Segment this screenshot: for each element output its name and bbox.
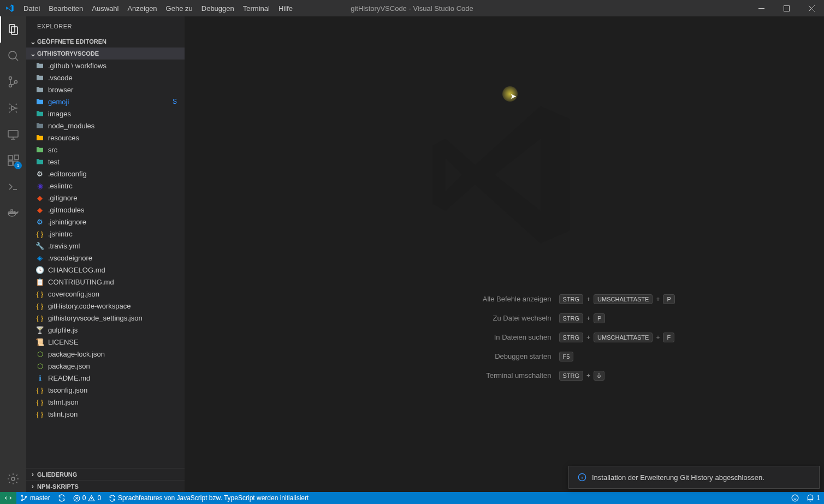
tree-item[interactable]: ⚙.editorconfig [26,168,185,180]
tree-item[interactable]: 📜LICENSE [26,336,185,348]
activity-debug[interactable] [0,95,26,121]
status-lang-text: Sprachfeatures von JavaScript bzw. TypeS… [118,494,309,502]
tree-item[interactable]: resources [26,132,185,144]
shortcut-keys: STRG+ö [559,371,679,381]
menu-debuggen[interactable]: Debuggen [197,0,239,16]
svg-point-18 [21,500,22,501]
file-tree[interactable]: .github \ workflows.vscodebrowsergemojiS… [26,60,185,468]
section-npm[interactable]: › NPM-SKRIPTS [26,480,185,492]
section-open-editors-label: GEÖFFNETE EDITOREN [37,38,106,45]
section-project[interactable]: ⌄ GITHISTORYVSCODE [26,48,185,60]
tree-item[interactable]: node_modules [26,120,185,132]
minimize-button[interactable] [749,0,774,16]
tree-item[interactable]: 🍸gulpfile.js [26,324,185,336]
tree-item[interactable]: ℹREADME.md [26,372,185,384]
tree-item[interactable]: 🕓CHANGELOG.md [26,264,185,276]
section-outline[interactable]: › GLIEDERUNG [26,468,185,480]
tree-item[interactable]: { }tsfmt.json [26,396,185,408]
maximize-button[interactable] [774,0,799,16]
activity-extensions[interactable]: 1 [0,147,26,174]
shortcut-keys: STRG+UMSCHALTTASTE+F [559,333,679,342]
keycap: STRG [559,313,584,323]
contrib-icon: 📋 [34,278,46,286]
notification-text: Installation der Erweiterung Git History… [592,473,764,482]
svg-point-19 [25,496,26,497]
tree-item[interactable]: { }coverconfig.json [26,288,185,300]
keycap: ö [594,371,604,381]
activity-console-icon[interactable] [0,174,26,200]
tree-item[interactable]: browser [26,84,185,96]
tree-item[interactable]: ⬡package.json [26,360,185,372]
titlebar: Datei Bearbeiten Auswahl Anzeigen Gehe z… [0,0,824,16]
npm-icon: ⬡ [34,351,46,358]
status-problems[interactable]: 0 0 [69,492,105,504]
tree-item-label: .eslintrc [48,182,73,190]
chevron-down-icon: ⌄ [28,50,37,58]
tree-item[interactable]: 📋CONTRIBUTING.md [26,276,185,288]
menu-datei[interactable]: Datei [19,0,44,16]
tree-item[interactable]: src [26,144,185,156]
tree-item-label: test [48,158,60,166]
section-open-editors[interactable]: ⌄ GEÖFFNETE EDITOREN [26,35,185,48]
tree-item[interactable]: { }tsconfig.json [26,384,185,396]
activity-settings[interactable] [0,466,26,492]
chevron-right-icon: › [28,470,37,478]
close-button[interactable] [799,0,824,16]
menu-hilfe[interactable]: Hilfe [274,0,297,16]
info-icon [578,473,586,482]
tree-item[interactable]: ◆.gitmodules [26,204,185,216]
shortcut-row: In Dateien suchenSTRG+UMSCHALTTASTE+F [330,328,679,347]
json-icon: { } [34,290,46,298]
tree-item[interactable]: gemojiS [26,96,185,108]
status-remote[interactable] [0,492,16,504]
menu-gehezu[interactable]: Gehe zu [162,0,197,16]
chevron-down-icon: ⌄ [28,38,37,46]
tree-item[interactable]: 🔧.travis.yml [26,240,185,252]
tree-item[interactable]: ◉.eslintrc [26,180,185,192]
tree-item[interactable]: test [26,156,185,168]
notification-toast[interactable]: Installation der Erweiterung Git History… [568,466,820,489]
menu-bearbeiten[interactable]: Bearbeiten [44,0,87,16]
folder-green-icon [34,145,46,154]
status-notifications[interactable]: 1 [803,492,824,504]
tree-item-label: images [48,110,71,118]
activity-search[interactable] [0,43,26,69]
tree-item-label: src [48,146,57,154]
tree-item[interactable]: ◈.vscodeignore [26,252,185,264]
tree-item[interactable]: .github \ workflows [26,60,185,72]
tree-item-label: .gitignore [48,194,77,202]
activity-explorer[interactable] [0,16,26,43]
tree-item-label: .github \ workflows [48,62,106,70]
activity-remote[interactable] [0,121,26,147]
keycap: P [594,313,605,323]
eslint-icon: ◉ [34,182,46,189]
svg-point-21 [792,495,798,501]
tree-item[interactable]: { }.jshintrc [26,228,185,240]
status-sync[interactable] [54,492,69,504]
editor-area: Alle Befehle anzeigenSTRG+UMSCHALTTASTE+… [185,16,824,492]
tree-item[interactable]: images [26,108,185,120]
tree-item-label: tslint.json [48,410,78,418]
status-branch[interactable]: master [16,492,54,504]
menu-auswahl[interactable]: Auswahl [87,0,123,16]
tree-item[interactable]: { }githistoryvscode_settings.json [26,312,185,324]
shortcut-label: In Dateien suchen [494,333,552,341]
svg-point-15 [11,477,15,481]
tree-item[interactable]: ◆.gitignore [26,192,185,204]
tree-item[interactable]: { }gitHistory.code-workspace [26,300,185,312]
tree-item[interactable]: .vscode [26,72,185,84]
status-lang-init[interactable]: Sprachfeatures von JavaScript bzw. TypeS… [105,492,312,504]
tree-item-label: gemoji [48,98,69,106]
tree-item[interactable]: ⬡package-lock.json [26,348,185,360]
activity-docker-icon[interactable] [0,200,26,226]
tree-item[interactable]: { }tslint.json [26,408,185,420]
tree-item[interactable]: ⚙.jshintignore [26,216,185,228]
menu-terminal[interactable]: Terminal [239,0,274,16]
status-errors: 0 [82,494,86,502]
status-feedback[interactable] [787,492,803,504]
tree-item-label: node_modules [48,122,94,130]
license-icon: 📜 [34,339,46,346]
keycap: P [663,294,674,304]
activity-source-control[interactable] [0,69,26,95]
menu-anzeigen[interactable]: Anzeigen [123,0,161,16]
